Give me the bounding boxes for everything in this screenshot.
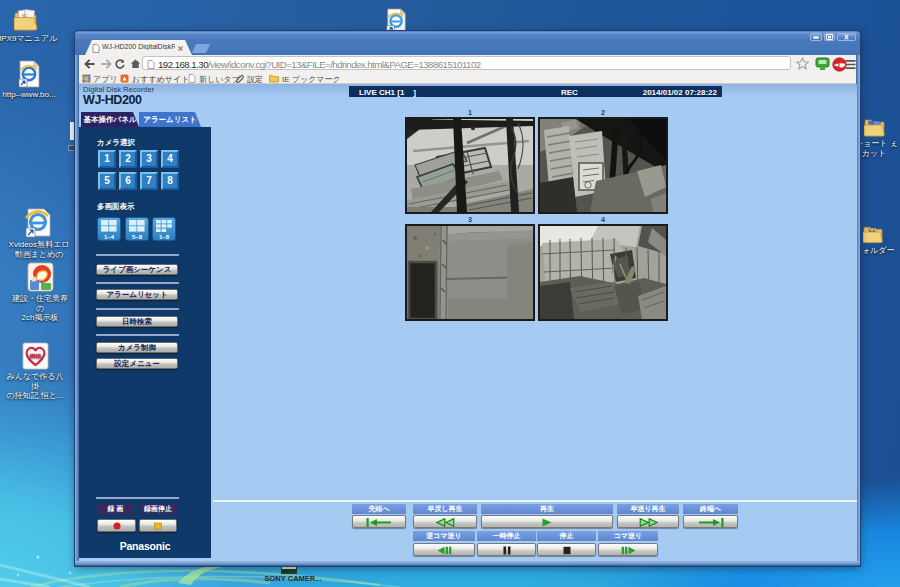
svg-text:IRIS: IRIS <box>29 353 41 359</box>
